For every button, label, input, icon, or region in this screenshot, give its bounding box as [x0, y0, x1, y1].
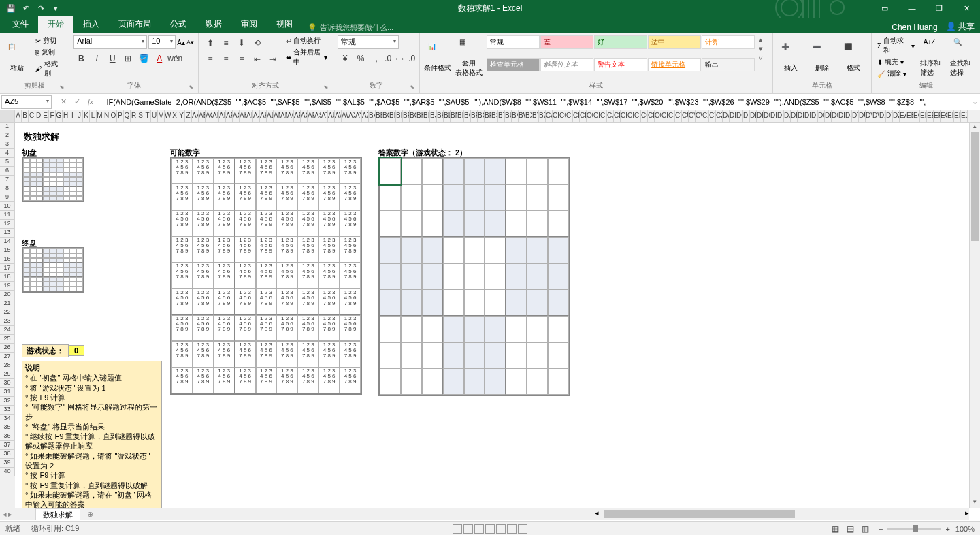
- grid-cell[interactable]: [69, 191, 76, 196]
- grid-cell[interactable]: [50, 167, 56, 172]
- grid-cell[interactable]: [43, 158, 50, 163]
- grid-cell[interactable]: 1 2 34 5 67 8 9: [193, 315, 214, 341]
- grid-cell[interactable]: 1 2 34 5 67 8 9: [297, 236, 318, 262]
- ribbon-options-icon[interactable]: ▭: [871, 0, 898, 16]
- style-explanatory[interactable]: 解释性文本: [540, 58, 593, 71]
- grid-cell[interactable]: [63, 158, 70, 163]
- grid-cell[interactable]: [485, 210, 506, 237]
- format-cells-button[interactable]: ⬛格式: [840, 35, 867, 80]
- grid-cell[interactable]: [63, 277, 70, 282]
- grid-cell[interactable]: [548, 289, 569, 316]
- grid-cell[interactable]: 1 2 34 5 67 8 9: [276, 263, 297, 289]
- grid-cell[interactable]: [76, 196, 83, 201]
- grid-cell[interactable]: [56, 158, 63, 163]
- grid-cell[interactable]: [506, 342, 527, 369]
- grid-cell[interactable]: [401, 289, 422, 316]
- grid-cell[interactable]: [37, 196, 44, 201]
- grid-cell[interactable]: [548, 184, 569, 211]
- grid-cell[interactable]: [30, 187, 37, 191]
- copy-button[interactable]: ⎘复制: [34, 47, 65, 58]
- macro-recording-icons[interactable]: [453, 524, 527, 534]
- grid-cell[interactable]: [63, 263, 70, 268]
- grid-cell[interactable]: [56, 272, 63, 277]
- grid-cell[interactable]: [76, 158, 83, 163]
- grid-cell[interactable]: [527, 158, 548, 184]
- tab-file[interactable]: 文件: [3, 16, 38, 33]
- grid-cell[interactable]: [30, 191, 37, 196]
- align-bottom-icon[interactable]: ⬇: [234, 35, 249, 50]
- grid-cell[interactable]: [76, 172, 83, 177]
- grid-cell[interactable]: 1 2 34 5 67 8 9: [172, 236, 193, 262]
- grid-cell[interactable]: [506, 237, 527, 263]
- grid-cell[interactable]: [50, 163, 56, 167]
- grid-cell[interactable]: [30, 258, 37, 263]
- grid-cell[interactable]: [30, 163, 37, 167]
- grid-cell[interactable]: 1 2 34 5 67 8 9: [172, 158, 193, 184]
- grid-cell[interactable]: [63, 172, 70, 177]
- grid-cell[interactable]: [23, 187, 30, 191]
- grid-cell[interactable]: [380, 316, 401, 342]
- user-name[interactable]: Chen Huang: [892, 22, 937, 32]
- grid-cell[interactable]: 1 2 34 5 67 8 9: [172, 210, 193, 236]
- grid-cell[interactable]: [506, 316, 527, 342]
- grid-cell[interactable]: 1 2 34 5 67 8 9: [256, 158, 277, 184]
- grid-cell[interactable]: [422, 158, 443, 184]
- grid-cell[interactable]: [30, 253, 37, 258]
- grid-cell[interactable]: [76, 177, 83, 182]
- bold-button[interactable]: B: [74, 51, 88, 66]
- grid-cell[interactable]: 1 2 34 5 67 8 9: [214, 263, 235, 289]
- grid-cell[interactable]: [527, 316, 548, 342]
- grid-cell[interactable]: 1 2 34 5 67 8 9: [256, 289, 277, 314]
- grid-cell[interactable]: [50, 263, 56, 268]
- select-all-cell[interactable]: [0, 110, 15, 122]
- zoom-slider[interactable]: − +: [879, 525, 950, 533]
- autosum-button[interactable]: Σ自动求和 ▾: [876, 35, 915, 56]
- grid-cell[interactable]: [37, 282, 44, 287]
- grid-cell[interactable]: [527, 368, 548, 395]
- align-right-icon[interactable]: ≡: [234, 52, 249, 67]
- grid-cell[interactable]: [464, 210, 485, 237]
- grid-cell[interactable]: 1 2 34 5 67 8 9: [256, 368, 277, 393]
- grid-cell[interactable]: [380, 184, 401, 211]
- grid-cell[interactable]: [37, 158, 44, 163]
- grid-cell[interactable]: 1 2 34 5 67 8 9: [172, 315, 193, 341]
- grid-cell[interactable]: 1 2 34 5 67 8 9: [193, 368, 214, 393]
- style-linked[interactable]: 链接单元格: [648, 58, 701, 71]
- align-left-icon[interactable]: ≡: [203, 52, 218, 67]
- tab-review[interactable]: 审阅: [231, 16, 267, 33]
- grid-cell[interactable]: [37, 177, 44, 182]
- grid-cell[interactable]: [69, 287, 76, 291]
- grid-cell[interactable]: [422, 263, 443, 290]
- grid-cell[interactable]: [23, 258, 30, 263]
- grid-cell[interactable]: [43, 163, 50, 167]
- cell-grid[interactable]: 数独求解 初盘 终盘 游戏状态：0 说明 ° 在 "初盘" 网格中输入谜题值° …: [15, 123, 969, 508]
- grid-cell[interactable]: 1 2 34 5 67 8 9: [297, 315, 318, 341]
- clear-button[interactable]: 🧹清除 ▾: [876, 68, 915, 79]
- grid-cell[interactable]: [37, 182, 44, 187]
- grid-cell[interactable]: [506, 184, 527, 211]
- grid-cell[interactable]: [63, 258, 70, 263]
- percent-icon[interactable]: %: [353, 51, 368, 66]
- grid-cell[interactable]: 1 2 34 5 67 8 9: [340, 289, 361, 314]
- grid-cell[interactable]: [401, 342, 422, 369]
- grid-cell[interactable]: [443, 158, 464, 184]
- grid-cell[interactable]: [30, 182, 37, 187]
- decrease-font-icon[interactable]: A▾: [186, 39, 194, 46]
- grid-cell[interactable]: [63, 191, 70, 196]
- grid-cell[interactable]: [506, 289, 527, 316]
- grid-cell[interactable]: [63, 196, 70, 201]
- grid-cell[interactable]: 1 2 34 5 67 8 9: [214, 341, 235, 367]
- grid-cell[interactable]: [43, 167, 50, 172]
- grid-cell[interactable]: [30, 287, 37, 291]
- underline-button[interactable]: U: [105, 51, 120, 66]
- grid-cell[interactable]: [63, 167, 70, 172]
- grid-cell[interactable]: [43, 182, 50, 187]
- grid-cell[interactable]: [56, 196, 63, 201]
- grid-cell[interactable]: [485, 368, 506, 395]
- grid-cell[interactable]: [76, 248, 83, 253]
- grid-cell[interactable]: 1 2 34 5 67 8 9: [256, 263, 277, 289]
- grid-cell[interactable]: [69, 268, 76, 272]
- grid-cell[interactable]: [37, 248, 44, 253]
- grid-cell[interactable]: [548, 210, 569, 237]
- grid-cell[interactable]: [69, 272, 76, 277]
